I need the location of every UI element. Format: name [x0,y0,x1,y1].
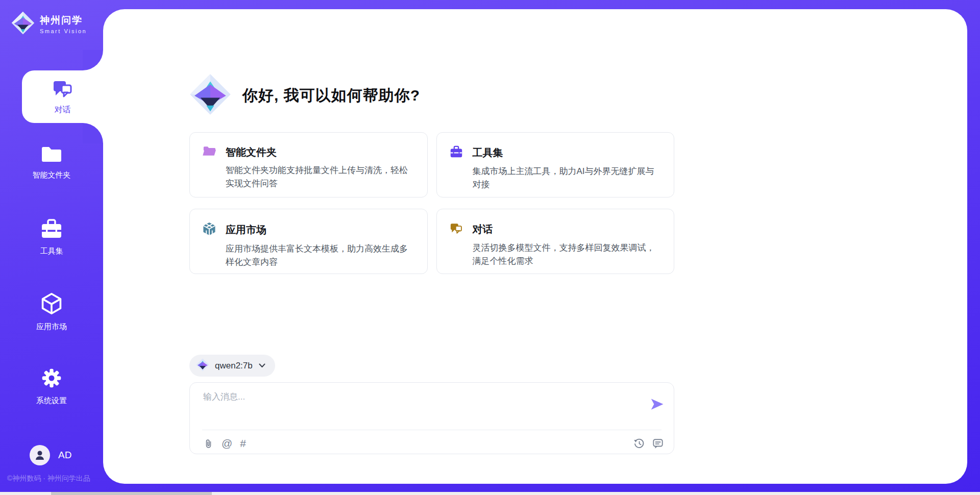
card-toolset[interactable]: 工具集 集成市场上主流工具，助力AI与外界无缝扩展与对接 [436,132,675,197]
gear-icon [40,367,63,391]
card-description: 智能文件夹功能支持批量文件上传与清洗，轻松实现文件问答 [226,164,413,190]
chat-icon [52,79,74,101]
paperclip-icon [203,438,214,450]
send-button[interactable] [648,396,666,413]
sidebar-item-label: 智能文件夹 [33,170,71,180]
card-app-market[interactable]: 应用市场 应用市场提供丰富长文本模板，助力高效生成多样化文章内容 [189,209,428,274]
briefcase-icon [40,218,63,242]
sidebar-item-label: 应用市场 [36,322,67,332]
card-smart-folder[interactable]: 智能文件夹 智能文件夹功能支持批量文件上传与清洗，轻松实现文件问答 [189,132,428,197]
briefcase-icon [450,145,463,160]
hashtag-button[interactable]: # [240,437,246,450]
brand-subtitle: Smart Vision [40,28,87,34]
user-name: AD [58,450,71,461]
brand: 神州问学 Smart Vision [11,11,87,37]
chevron-down-icon [258,361,266,370]
new-chat-button[interactable] [652,438,664,449]
sidebar: 神州问学 Smart Vision 对话 智能文件夹 [0,0,103,495]
comment-icon [652,438,664,449]
model-selector[interactable]: qwen2:7b [189,355,275,377]
greeting-title: 你好, 我可以如何帮助你? [242,85,420,106]
hash-icon: # [240,437,246,450]
message-input[interactable] [203,391,632,423]
sidebar-item-toolset[interactable]: 工具集 [0,212,103,263]
horizontal-scrollbar [0,492,980,495]
scrollbar-thumb[interactable] [51,492,212,495]
at-icon: @ [222,437,232,450]
brand-name: 神州问学 [40,14,87,27]
history-button[interactable] [633,438,645,449]
sidebar-item-label: 系统设置 [36,396,67,406]
cubes-icon [203,222,216,238]
send-icon [649,397,665,412]
mention-button[interactable]: @ [222,437,232,450]
model-name: qwen2:7b [215,361,253,371]
sidebar-item-chat[interactable]: 对话 [22,70,103,123]
composer-toolbar: @ # [203,434,664,453]
composer-divider [202,430,662,430]
sidebar-item-label: 工具集 [40,246,63,256]
card-title: 智能文件夹 [226,145,277,159]
copyright-text: ©神州数码 · 神州问学出品 [7,474,90,483]
avatar [30,445,50,465]
card-title: 应用市场 [226,223,266,237]
cube-icon [40,292,63,317]
card-chat[interactable]: 对话 灵活切换多模型文件，支持多样回复效果调试，满足个性化需求 [436,209,675,274]
sidebar-item-settings[interactable]: 系统设置 [0,361,103,412]
greeting-block: 你好, 我可以如何帮助你? [189,73,674,117]
feature-cards: 智能文件夹 智能文件夹功能支持批量文件上传与清洗，轻松实现文件问答 工具集 集成… [189,132,674,274]
message-composer: @ # [189,382,674,454]
sidebar-item-smart-folder[interactable]: 智能文件夹 [0,137,103,188]
card-title: 工具集 [473,146,503,160]
tab-fillet-top [83,50,103,70]
folder-open-icon [203,145,216,159]
card-description: 集成市场上主流工具，助力AI与外界无缝扩展与对接 [473,165,660,191]
brand-logo-gem-icon [11,11,35,37]
sidebar-item-app-market[interactable]: 应用市场 [0,286,103,337]
chat-icon [450,222,463,237]
card-description: 应用市场提供丰富长文本模板，助力高效生成多样化文章内容 [226,242,413,268]
model-gem-icon [196,358,209,374]
card-description: 灵活切换多模型文件，支持多样回复效果调试，满足个性化需求 [473,241,660,267]
sidebar-item-label: 对话 [55,105,71,115]
history-icon [633,438,645,449]
user-menu[interactable]: AD [30,445,71,465]
card-title: 对话 [473,222,493,236]
folder-icon [40,144,63,166]
assistant-gem-icon [189,73,231,117]
attach-file-button[interactable] [203,438,214,450]
